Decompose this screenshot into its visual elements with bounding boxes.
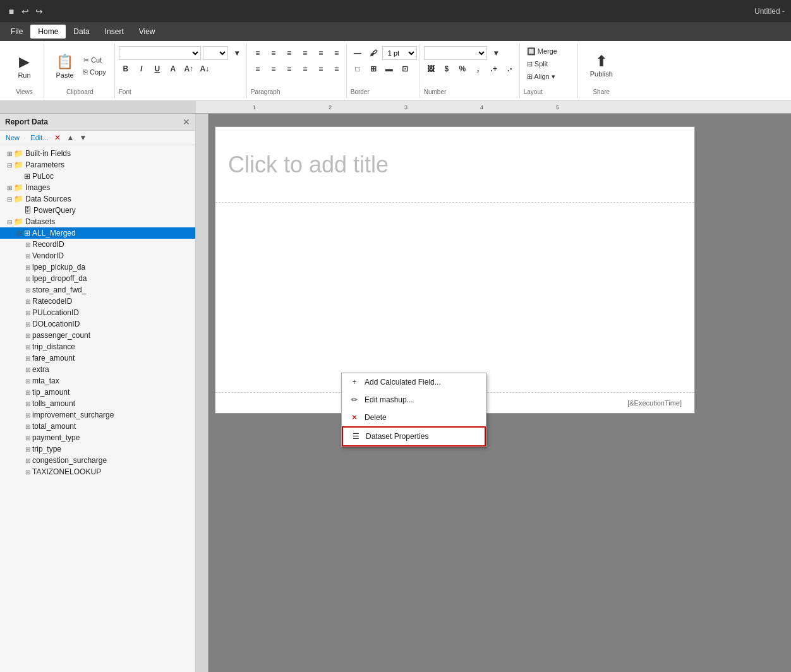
tree-item-improvement-surcharge[interactable]: ⊞ improvement_surcharge [0,409,195,421]
number-chevron-icon[interactable]: ▾ [489,46,503,60]
tree-item-recordid[interactable]: ⊞ RecordID [0,239,195,250]
panel-close-button[interactable]: ✕ [183,117,190,127]
ruler-tick-2: 2 [329,104,332,111]
font-size-dec-button[interactable]: A↓ [198,62,212,76]
run-button[interactable]: ▶ Run [10,47,39,85]
cut-button[interactable]: ✂ Cut [80,55,109,66]
percent-button[interactable]: % [456,62,469,76]
fill-color-button[interactable]: ▬ [382,62,396,76]
tree-item-vendorid[interactable]: ⊞ VendorID [0,250,195,261]
report-body-area[interactable] [215,203,694,392]
tree-item-mta-tax[interactable]: ⊞ mta_tax [0,375,195,387]
font-color-button[interactable]: A [166,62,180,76]
delete-icon[interactable]: ✕ [52,133,63,143]
tree-item-store-fwd[interactable]: ⊞ store_and_fwd_ [0,284,195,296]
expand-built-in[interactable]: ⊞ [5,150,14,157]
copy-button[interactable]: ⎘ Copy [80,67,109,77]
bold-button[interactable]: B [119,62,133,76]
menu-file[interactable]: File [3,25,30,39]
expand-parameters[interactable]: ⊟ [5,162,14,169]
menu-view[interactable]: View [131,25,163,39]
tree-item-total-amount[interactable]: ⊞ total_amount [0,421,195,432]
move-down-icon[interactable]: ▼ [78,133,88,143]
menu-data[interactable]: Data [66,25,97,39]
italic-button[interactable]: I [135,62,148,76]
publish-button[interactable]: ⬆ Publish [585,46,618,84]
border-color-button[interactable]: 🖌 [366,46,380,60]
align-button[interactable]: ⊞ Align ▾ [524,71,559,82]
font-family-select[interactable] [119,46,201,60]
font-size-select[interactable] [203,46,228,60]
underline-button[interactable]: U [150,62,164,76]
report-header-area[interactable]: Click to add title [215,127,694,203]
new-button[interactable]: New [4,133,21,143]
align-top-center-button[interactable]: ≡ [267,46,281,60]
tree-item-datasets[interactable]: ⊟ 📁 Datasets [0,216,195,227]
list-bullet-button[interactable]: ≡ [314,62,328,76]
tree-item-pulocationid[interactable]: ⊞ PULocationID [0,307,195,318]
list-num-button[interactable]: ≡ [330,62,344,76]
tree-item-passenger-count[interactable]: ⊞ passenger_count [0,330,195,341]
border-none-button[interactable]: □ [351,62,365,76]
indent-right-button[interactable]: ≡ [267,62,281,76]
font-size-inc-button[interactable]: A↑ [182,62,196,76]
context-menu-delete[interactable]: ✕ Delete [342,409,486,426]
indent-left-button[interactable]: ≡ [251,62,265,76]
image-button[interactable]: 🖼 [424,62,438,76]
border-dash-button[interactable]: — [351,46,365,60]
dec-dec-button[interactable]: .- [503,62,517,76]
tree-item-all-merged[interactable]: ⊟ ⊞ ALL_Merged [0,227,195,239]
comma-button[interactable]: , [471,62,485,76]
tree-item-dolocationid[interactable]: ⊞ DOLocationID [0,318,195,330]
tree-item-powerquery[interactable]: 🗄 PowerQuery [0,205,195,216]
split-button[interactable]: ⊟ Split [524,59,551,69]
tree-item-fare-amount[interactable]: ⊞ fare_amount [0,352,195,364]
dec-inc-button[interactable]: .+ [487,62,501,76]
currency-button[interactable]: $ [440,62,454,76]
tree-item-trip-type[interactable]: ⊞ trip_type [0,443,195,455]
context-menu-dataset-properties[interactable]: ☰ Dataset Properties [342,426,486,447]
merge-button[interactable]: 🔲 Merge [524,46,560,57]
edit-button[interactable]: Edit... [28,133,50,143]
padding-button[interactable]: ⊡ [398,62,412,76]
align-bottom-button[interactable]: ≡ [330,46,344,60]
expand-all-merged[interactable]: ⊟ [15,230,24,237]
tree-item-puloc[interactable]: ⊞ PuLoc [0,171,195,182]
tree-item-lpep-pickup[interactable]: ⊞ lpep_pickup_da [0,261,195,273]
context-menu-add-calculated-field[interactable]: + Add Calculated Field... [342,373,486,391]
tree-item-lpep-dropoff[interactable]: ⊞ lpep_dropoff_da [0,273,195,284]
tree-item-trip-distance[interactable]: ⊞ trip_distance [0,341,195,352]
tree-item-images[interactable]: ⊞ 📁 Images [0,182,195,193]
tree-item-tolls-amount[interactable]: ⊞ tolls_amount [0,398,195,409]
number-format-select[interactable] [424,46,487,60]
align-top-button[interactable]: ≡ [298,46,312,60]
expand-datasets[interactable]: ⊟ [5,219,14,225]
context-menu-edit-mashup[interactable]: ✏ Edit mashup... [342,391,486,409]
tree-item-ratecodeid[interactable]: ⊞ RatecodeID [0,296,195,307]
border-all-button[interactable]: ⊞ [366,62,380,76]
redo-icon[interactable]: ↪ [34,6,44,16]
align-top-right-button[interactable]: ≡ [282,46,296,60]
expand-data-sources[interactable]: ⊟ [5,196,14,203]
tree-item-payment-type[interactable]: ⊞ payment_type [0,432,195,443]
report-title-placeholder[interactable]: Click to add title [228,152,389,178]
tree-item-congestion-surcharge[interactable]: ⊞ congestion_surcharge [0,455,195,466]
expand-images[interactable]: ⊞ [5,184,14,191]
menu-home[interactable]: Home [30,25,66,39]
undo-icon[interactable]: ↩ [20,6,30,16]
align-top-left-button[interactable]: ≡ [251,46,265,60]
tree-item-taxizonelookup[interactable]: ⊞ TAXIZONELOOKUP [0,466,195,477]
tree-item-extra[interactable]: ⊞ extra [0,364,195,375]
move-up-icon[interactable]: ▲ [65,133,75,143]
tree-item-parameters[interactable]: ⊟ 📁 Parameters [0,159,195,171]
tree-item-data-sources[interactable]: ⊟ 📁 Data Sources [0,193,195,205]
tree-item-built-in-fields[interactable]: ⊞ 📁 Built-in Fields [0,148,195,159]
chevron-down-icon[interactable]: ▾ [230,46,244,60]
tree-item-tip-amount[interactable]: ⊞ tip_amount [0,387,195,398]
paste-button[interactable]: 📋 Paste [51,47,79,85]
border-pt-select[interactable]: 1 pt [382,46,417,60]
menu-insert[interactable]: Insert [97,25,131,39]
line-spacing-button[interactable]: ≡ [298,62,312,76]
indent-dec-button[interactable]: ≡ [282,62,296,76]
align-middle-button[interactable]: ≡ [314,46,328,60]
